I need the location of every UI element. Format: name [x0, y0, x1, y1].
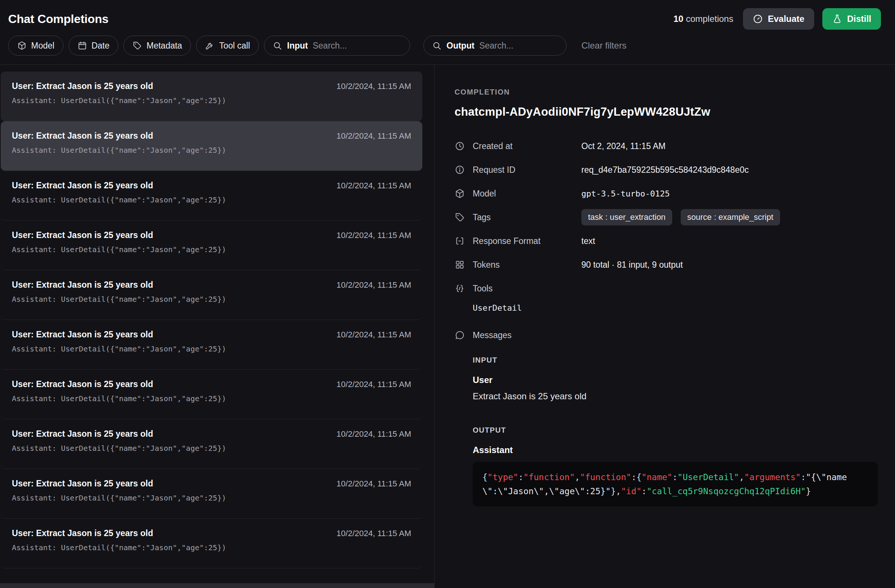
messages-label: Messages [473, 330, 581, 340]
item-user-preview: User: Extract Jason is 25 years old [12, 81, 153, 91]
item-user-preview: User: Extract Jason is 25 years old [12, 280, 153, 290]
grid-icon [455, 259, 465, 270]
info-icon [455, 165, 465, 175]
field-label: Tokens [473, 260, 581, 270]
chat-bubble-icon [455, 330, 465, 340]
magnifier-icon [432, 41, 441, 50]
filter-tool-call-button[interactable]: Tool call [196, 36, 259, 56]
tool-name: UserDetail [473, 303, 878, 314]
field-label: Model [473, 189, 581, 199]
completion-detail-panel: COMPLETION chatcmpl-ADyAodii0NF7ig7yLepW… [434, 65, 895, 588]
page-header: Chat Completions 10 completions Evaluate… [0, 0, 895, 65]
completion-section-label: COMPLETION [455, 88, 878, 96]
completions-count-number: 10 [674, 14, 684, 24]
item-assistant-preview: Assistant: UserDetail({"name":"Jason","a… [12, 295, 411, 304]
input-search-field[interactable] [312, 41, 402, 51]
item-timestamp: 10/2/2024, 11:15 AM [337, 181, 411, 191]
filter-bar: Model Date Metadata Tool call Input Outp… [0, 33, 895, 65]
list-item[interactable]: User: Extract Jason is 25 years old 10/2… [1, 370, 422, 419]
filter-model-button[interactable]: Model [8, 36, 64, 56]
distill-button-label: Distill [847, 14, 871, 24]
field-request-id: Request ID req_d4e7ba759225b595c584243d9… [455, 158, 878, 182]
filter-date-button[interactable]: Date [68, 36, 118, 56]
tag-icon [455, 212, 465, 223]
item-user-preview: User: Extract Jason is 25 years old [12, 478, 153, 489]
distill-button[interactable]: Distill [822, 8, 881, 30]
magnifier-icon [273, 41, 282, 50]
output-search-label: Output [446, 41, 474, 51]
response-format-value: text [581, 236, 595, 246]
item-assistant-preview: Assistant: UserDetail({"name":"Jason","a… [12, 344, 411, 353]
field-label: Response Format [473, 236, 581, 246]
completions-count: 10 completions [674, 14, 733, 24]
item-timestamp: 10/2/2024, 11:15 AM [337, 280, 411, 290]
list-item[interactable]: User: Extract Jason is 25 years old 10/2… [1, 519, 422, 568]
list-item[interactable]: User: Extract Jason is 25 years old 10/2… [1, 469, 422, 519]
item-timestamp: 10/2/2024, 11:15 AM [337, 82, 411, 91]
item-assistant-preview: Assistant: UserDetail({"name":"Jason","a… [12, 146, 411, 155]
item-user-preview: User: Extract Jason is 25 years old [12, 429, 153, 439]
item-timestamp: 10/2/2024, 11:15 AM [337, 330, 411, 339]
item-assistant-preview: Assistant: UserDetail({"name":"Jason","a… [12, 394, 411, 403]
calendar-icon [77, 41, 87, 50]
field-response-format: Response Format text [455, 229, 878, 253]
item-assistant-preview: Assistant: UserDetail({"name":"Jason","a… [12, 444, 411, 453]
field-label: Request ID [473, 165, 581, 175]
filter-metadata-button[interactable]: Metadata [123, 36, 191, 56]
field-model: Model gpt-3.5-turbo-0125 [455, 182, 878, 205]
page-title: Chat Completions [8, 12, 109, 26]
field-tokens: Tokens 90 total · 81 input, 9 output [455, 253, 878, 277]
filter-date-label: Date [92, 41, 110, 51]
item-user-preview: User: Extract Jason is 25 years old [12, 130, 153, 141]
tag-badge: task : user_extraction [581, 209, 672, 226]
input-section-label: INPUT [473, 356, 878, 364]
clock-icon [455, 141, 465, 151]
brackets-icon [455, 236, 465, 246]
list-item[interactable]: User: Extract Jason is 25 years old 10/2… [1, 419, 422, 469]
input-search-label: Input [287, 41, 308, 51]
field-label: Tags [473, 212, 581, 223]
item-user-preview: User: Extract Jason is 25 years old [12, 329, 153, 339]
item-timestamp: 10/2/2024, 11:15 AM [337, 380, 411, 389]
field-label: Created at [473, 141, 581, 151]
filter-model-label: Model [31, 41, 55, 51]
item-assistant-preview: Assistant: UserDetail({"name":"Jason","a… [12, 195, 411, 204]
created-at-value: Oct 2, 2024, 11:15 AM [581, 141, 666, 151]
output-search-field[interactable] [479, 41, 558, 51]
wrench-icon [205, 41, 215, 50]
list-item[interactable]: User: Extract Jason is 25 years old 10/2… [1, 121, 422, 171]
item-timestamp: 10/2/2024, 11:15 AM [337, 429, 411, 439]
evaluate-button[interactable]: Evaluate [743, 8, 814, 30]
list-item[interactable]: User: Extract Jason is 25 years old 10/2… [1, 171, 422, 221]
tag-icon [132, 41, 142, 50]
cube-icon [455, 188, 465, 199]
completions-count-label: completions [686, 14, 733, 24]
item-timestamp: 10/2/2024, 11:15 AM [337, 479, 411, 489]
evaluate-button-label: Evaluate [768, 14, 804, 24]
messages-section-header: Messages [455, 330, 878, 340]
list-item[interactable]: User: Extract Jason is 25 years old 10/2… [1, 71, 422, 121]
request-id-value: req_d4e7ba759225b595c584243d9c848e0c [581, 165, 749, 175]
item-timestamp: 10/2/2024, 11:15 AM [337, 230, 411, 240]
input-searchbox[interactable]: Input [264, 36, 410, 56]
tag-badge: source : example_script [681, 209, 780, 226]
item-user-preview: User: Extract Jason is 25 years old [12, 528, 153, 538]
list-item[interactable]: User: Extract Jason is 25 years old 10/2… [1, 270, 422, 320]
item-user-preview: User: Extract Jason is 25 years old [12, 379, 153, 389]
item-assistant-preview: Assistant: UserDetail({"name":"Jason","a… [12, 494, 411, 502]
item-user-preview: User: Extract Jason is 25 years old [12, 180, 153, 191]
field-label: Tools [473, 283, 581, 294]
item-assistant-preview: Assistant: UserDetail({"name":"Jason","a… [12, 543, 411, 552]
output-searchbox[interactable]: Output [423, 36, 566, 56]
list-item[interactable]: User: Extract Jason is 25 years old 10/2… [1, 320, 422, 370]
filter-metadata-label: Metadata [146, 41, 182, 51]
braces-icon [455, 283, 465, 294]
item-timestamp: 10/2/2024, 11:15 AM [337, 131, 411, 141]
completions-list: User: Extract Jason is 25 years old 10/2… [0, 65, 434, 588]
output-section-label: OUTPUT [473, 426, 878, 435]
gauge-icon [752, 14, 763, 24]
clear-filters-button[interactable]: Clear filters [581, 40, 626, 51]
list-item[interactable]: User: Extract Jason is 25 years old 10/2… [1, 221, 422, 270]
field-tags: Tags task : user_extraction source : exa… [455, 205, 878, 229]
item-timestamp: 10/2/2024, 11:15 AM [337, 529, 411, 538]
